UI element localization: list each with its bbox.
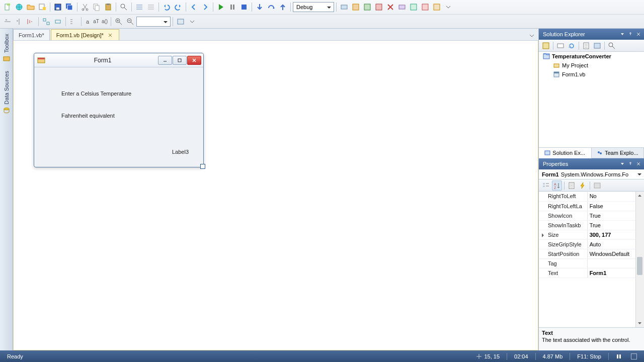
prop-name[interactable]: Text xyxy=(539,268,587,278)
close-panel-icon[interactable] xyxy=(635,31,642,38)
ext-icon-7[interactable] xyxy=(408,2,419,13)
svg-rect-24 xyxy=(399,5,405,9)
zoom-dropdown[interactable] xyxy=(136,17,171,27)
nav-forward-icon[interactable] xyxy=(200,2,211,13)
prop-categorized-icon[interactable] xyxy=(541,180,551,191)
prop-name[interactable]: Size xyxy=(539,230,587,239)
open-folder-icon[interactable] xyxy=(25,2,36,13)
prop-pages-icon[interactable] xyxy=(592,180,602,191)
new-file-icon[interactable] xyxy=(2,2,13,13)
status-stop-icon[interactable] xyxy=(631,353,637,359)
label-label3[interactable]: Label3 xyxy=(172,149,189,155)
label-celsius[interactable]: Enter a Celsius Temperature xyxy=(61,90,131,97)
panel-menu-icon[interactable] xyxy=(619,160,626,167)
ext-icon-9[interactable] xyxy=(431,2,442,13)
design-surface[interactable]: Form1 Enter a Celsius Temperature Fahren… xyxy=(13,41,538,350)
pause-icon[interactable] xyxy=(227,2,238,13)
ext-icon-3[interactable] xyxy=(362,2,373,13)
se-view-icon[interactable] xyxy=(607,41,617,51)
se-properties-icon[interactable] xyxy=(541,41,551,51)
status-pause-icon[interactable] xyxy=(614,353,624,359)
step-over-icon[interactable] xyxy=(266,2,277,13)
se-viewdesigner-icon[interactable] xyxy=(592,41,602,51)
align-icon-3[interactable] xyxy=(25,16,36,27)
layout-icon-3[interactable] xyxy=(68,16,79,27)
toolbox-tab[interactable]: Toolbox xyxy=(3,32,11,65)
tab-solution-explorer[interactable]: Solution Ex... xyxy=(539,148,592,158)
close-panel-icon[interactable] xyxy=(635,160,642,167)
tree-myproject[interactable]: My Project xyxy=(539,61,644,70)
find-icon[interactable] xyxy=(118,2,129,13)
scroll-up-icon[interactable] xyxy=(635,192,644,200)
ext-icon-8[interactable] xyxy=(420,2,431,13)
panel-menu-icon[interactable] xyxy=(619,31,626,38)
ext-icon-4[interactable] xyxy=(373,2,384,13)
ext-icon-6[interactable] xyxy=(396,2,408,13)
tab-form1-code[interactable]: Form1.vb* xyxy=(13,29,50,40)
se-refresh-icon[interactable] xyxy=(567,41,577,51)
prop-name[interactable]: ShowInTaskb xyxy=(539,220,587,230)
prop-name[interactable]: Tag xyxy=(539,258,587,268)
font-case-icon[interactable]: a() xyxy=(101,17,109,27)
save-all-icon[interactable] xyxy=(64,2,75,13)
label-fahrenheit[interactable]: Fahrenheit equivalent xyxy=(61,113,115,119)
prop-name[interactable]: RightToLeft xyxy=(539,192,587,201)
zoom-out-icon[interactable] xyxy=(125,16,136,27)
properties-object-select[interactable]: Form1 System.Windows.Forms.Fo xyxy=(539,169,644,179)
properties-grid[interactable]: RightToLeftNoRightToLeftLaFalseShowIconT… xyxy=(539,192,644,278)
tab-form1-design[interactable]: Form1.vb [Design]* xyxy=(51,29,119,40)
winform-form1[interactable]: Form1 Enter a Celsius Temperature Fahren… xyxy=(34,53,204,167)
cut-icon[interactable] xyxy=(79,2,91,13)
ext-icon-2[interactable] xyxy=(350,2,361,13)
prop-props-icon[interactable] xyxy=(567,180,577,191)
maximize-button[interactable] xyxy=(173,56,187,65)
ext-icon-5[interactable] xyxy=(385,2,396,13)
config-dropdown[interactable]: Debug xyxy=(293,2,334,12)
tab-order-icon[interactable] xyxy=(175,16,186,27)
tree-form1vb[interactable]: Form1.vb xyxy=(539,70,644,79)
browser-icon[interactable] xyxy=(14,2,25,13)
prop-name[interactable]: RightToLeftLa xyxy=(539,201,587,211)
prop-events-icon[interactable] xyxy=(578,180,588,191)
se-viewcode-icon[interactable] xyxy=(581,41,591,51)
paste-icon[interactable] xyxy=(103,2,114,13)
prop-name[interactable]: SizeGripStyle xyxy=(539,239,587,249)
tabs-overflow-icon[interactable] xyxy=(527,31,536,40)
save-icon[interactable] xyxy=(52,2,63,13)
stop-icon[interactable] xyxy=(238,2,250,13)
nav-back-icon[interactable] xyxy=(188,2,199,13)
align-icon-2[interactable] xyxy=(14,16,25,27)
close-button[interactable] xyxy=(187,56,201,65)
toolbar-overflow-icon[interactable] xyxy=(443,2,454,13)
comment-icon[interactable] xyxy=(134,2,145,13)
prop-name[interactable]: StartPosition xyxy=(539,249,587,258)
toolbar2-overflow-icon[interactable] xyxy=(187,16,198,27)
layout-icon-1[interactable] xyxy=(41,16,52,27)
uncomment-icon[interactable] xyxy=(145,2,156,13)
zoom-in-icon[interactable] xyxy=(113,16,124,27)
scroll-down-icon[interactable] xyxy=(635,319,644,327)
prop-name[interactable]: ShowIcon xyxy=(539,211,587,220)
step-into-icon[interactable] xyxy=(254,2,265,13)
undo-icon[interactable] xyxy=(161,2,172,13)
prop-alphabetical-icon[interactable]: AZ xyxy=(552,180,562,191)
minimize-button[interactable] xyxy=(158,56,172,65)
start-debug-icon[interactable] xyxy=(215,2,226,13)
align-icon-1[interactable] xyxy=(2,16,13,27)
datasources-tab[interactable]: Data Sources xyxy=(3,69,11,117)
close-tab-icon[interactable] xyxy=(107,32,114,39)
pin-icon[interactable] xyxy=(627,31,634,38)
step-out-icon[interactable] xyxy=(277,2,288,13)
copy-icon[interactable] xyxy=(91,2,102,13)
add-item-icon[interactable] xyxy=(37,2,48,13)
font-medium-icon[interactable]: aT xyxy=(92,17,100,27)
layout-icon-2[interactable] xyxy=(52,16,63,27)
redo-icon[interactable] xyxy=(173,2,184,13)
font-small-icon[interactable]: a xyxy=(84,17,92,27)
scroll-thumb[interactable] xyxy=(637,257,642,275)
pin-icon[interactable] xyxy=(627,160,634,167)
tab-team-explorer[interactable]: Team Explo... xyxy=(592,148,645,158)
ext-icon-1[interactable] xyxy=(339,2,350,13)
tree-project[interactable]: TemperatureConverter xyxy=(539,52,644,61)
se-showall-icon[interactable] xyxy=(555,41,566,51)
